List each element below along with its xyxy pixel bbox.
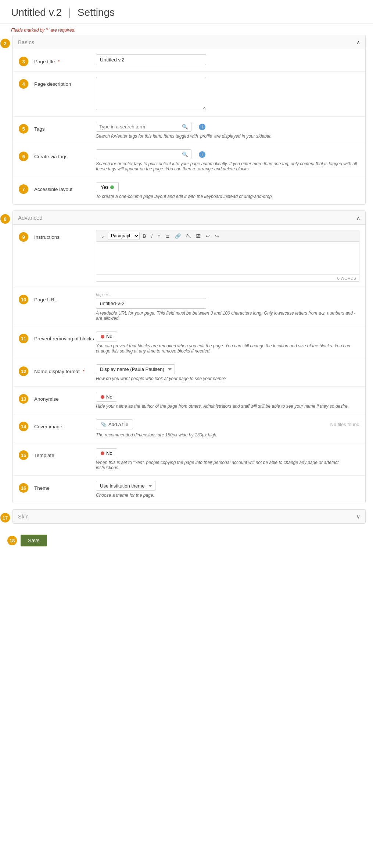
instructions-editor-body[interactable] [96,242,359,275]
page-url-input[interactable] [96,298,206,309]
page-url-base: https://... [96,293,359,297]
template-no-btn[interactable]: No [96,449,117,458]
prevent-removing-row: 11 Prevent removing of blocks No You can… [13,326,365,359]
instructions-editor[interactable]: ⌄ Paragraph B I ≡ ≣ 🔗 ⛏ 🖼 ↩ [96,230,359,282]
theme-hint: Choose a theme for the page. [96,493,359,498]
anonymise-content: No Hide your name as the author of the p… [96,392,359,409]
create-via-tags-content: 🔍 i Search for or enter tags to pull con… [96,149,359,171]
create-via-tags-search-wrap: 🔍 [96,149,191,159]
name-display-row: 12 Name display format * Display name (P… [13,359,365,387]
advanced-section-body: 9 Instructions ⌄ Paragraph B I ≡ [13,225,365,503]
tags-content: 🔍 i Search for/enter tags for this item.… [96,122,359,139]
accessible-layout-label: 7 Accessible layout [19,182,96,194]
save-badge: 18 [7,536,17,545]
bottom-bar: 18 Save [0,529,373,557]
toolbar-bold-btn[interactable]: B [140,232,148,240]
tags-row: 5 Tags 🔍 i Search for/enter tags for thi… [13,117,365,144]
template-row: 15 Template No When this is set to "Yes"… [13,443,365,476]
toolbar-unlink-btn[interactable]: ⛏ [184,232,193,240]
name-display-content: Display name (Paula Paulsen) First name … [96,364,359,381]
prevent-removing-no-btn[interactable]: No [96,332,117,341]
advanced-section-title: Advanced [18,215,43,221]
skin-section: Skin [12,509,366,524]
accessible-layout-hint: To create a one-column page layout and e… [96,194,359,199]
title-separator: | [68,7,71,18]
toolbar-ol-btn[interactable]: ≣ [164,232,172,240]
accessible-layout-row: 7 Accessible layout Yes To create a one-… [13,177,365,204]
instructions-content: ⌄ Paragraph B I ≡ ≣ 🔗 ⛏ 🖼 ↩ [96,230,359,282]
page-title-content [96,54,359,65]
page-title-input[interactable] [96,54,206,65]
template-toggle[interactable]: No [96,448,117,458]
toolbar-image-btn[interactable]: 🖼 [194,232,203,240]
section-badge-basics: 2 [0,39,13,48]
toolbar-paragraph-select[interactable]: Paragraph [108,232,140,240]
save-button[interactable]: Save [21,535,47,546]
cover-image-hint: The recommended dimensions are 180px wid… [96,432,359,437]
theme-row: 16 Theme Use institution theme Default C… [13,476,365,503]
toolbar-italic-btn[interactable]: I [149,232,155,240]
template-hint: When this is set to "Yes", people copyin… [96,460,359,470]
tags-search-input[interactable] [96,122,179,131]
tags-info-icon[interactable]: i [199,124,205,130]
toolbar-redo-btn[interactable]: ↪ [213,232,221,240]
cover-image-row: 14 Cover image 📎 Add a file No files fou… [13,414,365,443]
prevent-removing-content: No You can prevent that blocks are remov… [96,332,359,354]
name-display-hint: How do you want people who look at your … [96,376,359,381]
advanced-section: Advanced 9 Instructions ⌄ [12,210,366,503]
name-display-select[interactable]: Display name (Paula Paulsen) First name … [96,364,175,374]
theme-content: Use institution theme Default Custom Cho… [96,481,359,498]
basics-collapse-icon[interactable] [356,39,360,45]
accessible-layout-content: Yes To create a one-column page layout a… [96,182,359,199]
create-via-tags-hint: Search for or enter tags to pull content… [96,161,359,171]
anonymise-no-btn[interactable]: No [96,392,117,401]
anonymise-toggle[interactable]: No [96,392,117,402]
toolbar-undo-btn[interactable]: ↩ [204,232,212,240]
page-title: Untitled v.2 [11,7,62,18]
page-header: Untitled v.2 | Settings [0,0,373,24]
prevent-removing-toggle[interactable]: No [96,332,117,341]
tags-search-wrap: 🔍 [96,122,191,132]
create-via-tags-search-icon[interactable]: 🔍 [179,150,191,159]
create-via-tags-info-icon[interactable]: i [199,151,205,158]
page-description-input[interactable] [96,77,206,110]
template-content: No When this is set to "Yes", people cop… [96,448,359,470]
template-dot [101,451,104,455]
basics-section-body: 3 Page title * 4 Page description [13,49,365,204]
advanced-collapse-icon[interactable] [356,215,360,221]
no-dot [101,335,104,339]
theme-label: 16 Theme [19,481,96,493]
skin-expand-icon[interactable] [356,514,360,520]
page-title-label: 3 Page title * [19,54,96,66]
instructions-row: 9 Instructions ⌄ Paragraph B I ≡ [13,225,365,287]
paperclip-icon: 📎 [101,422,107,427]
toolbar-link-btn[interactable]: 🔗 [173,232,183,240]
prevent-removing-hint: You can prevent that blocks are removed … [96,343,359,354]
accessible-layout-toggle[interactable]: Yes [96,182,119,192]
page-url-row: 10 Page URL https://... A readable URL f… [13,287,365,326]
toolbar-ul-btn[interactable]: ≡ [155,232,163,240]
theme-select[interactable]: Use institution theme Default Custom [96,481,155,491]
page-description-label: 4 Page description [19,77,96,89]
tags-search-icon[interactable]: 🔍 [179,123,191,131]
section-badge-skin: 17 [0,513,13,522]
yes-dot [110,185,114,189]
tags-label: 5 Tags [19,122,96,134]
add-file-btn[interactable]: 📎 Add a file [96,419,133,429]
skin-section-title: Skin [18,513,29,520]
editor-toolbar: ⌄ Paragraph B I ≡ ≣ 🔗 ⛏ 🖼 ↩ [96,230,359,242]
required-note: Fields marked by '*' are required. [0,24,373,35]
toolbar-expand-btn[interactable]: ⌄ [98,232,107,240]
anonymise-label: 13 Anonymise [19,392,96,404]
create-via-tags-input[interactable] [96,150,179,159]
anonymise-dot [101,395,104,399]
page-url-hint: A readable URL for your page. This field… [96,311,359,321]
cover-image-label: 14 Cover image [19,419,96,431]
accessible-layout-yes-btn[interactable]: Yes [96,183,118,192]
page-url-label: 10 Page URL [19,293,96,304]
basics-section-header[interactable]: Basics [13,35,365,49]
instructions-label: 9 Instructions [19,230,96,242]
skin-section-header[interactable]: Skin [13,510,365,523]
advanced-section-header[interactable]: Advanced [13,211,365,225]
page-title-row: 3 Page title * [13,49,365,72]
